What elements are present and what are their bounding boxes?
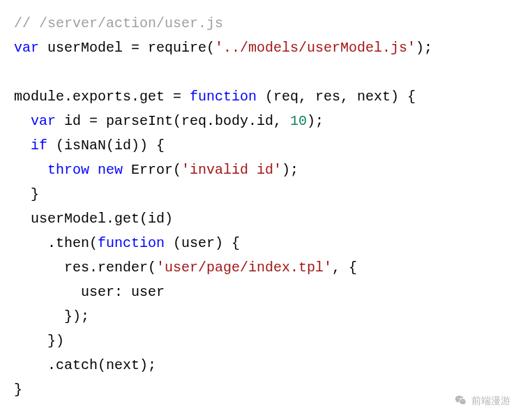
code-text: );	[307, 113, 324, 129]
code-text: );	[416, 40, 432, 56]
code-keyword: function	[98, 235, 165, 251]
code-text: (isNaN(id)) {	[47, 137, 165, 153]
code-text	[89, 162, 98, 178]
code-text: module.exports.get =	[14, 89, 190, 105]
code-text	[14, 113, 31, 129]
code-text: .then(	[14, 235, 98, 251]
code-text	[14, 137, 31, 153]
code-text: id = parseInt(req.body.id,	[56, 113, 290, 129]
code-string: 'user/page/index.tpl'	[156, 260, 332, 276]
code-text: , {	[332, 260, 357, 276]
code-keyword: function	[190, 89, 257, 105]
code-keyword: throw	[47, 162, 89, 178]
code-text: res.render(	[14, 260, 156, 276]
code-text: (user) {	[165, 235, 240, 251]
code-text: userModel.get(id)	[14, 211, 173, 227]
code-text: });	[14, 308, 89, 324]
watermark: 前端漫游	[455, 392, 510, 410]
code-text: user: user	[14, 284, 165, 300]
code-block: // /server/action/user.js var userModel …	[14, 11, 516, 402]
code-text: .catch(next);	[14, 357, 156, 373]
code-text: }	[14, 382, 22, 398]
code-text: userModel = require(	[39, 40, 215, 56]
code-keyword: var	[14, 40, 39, 56]
code-comment: // /server/action/user.js	[14, 15, 223, 31]
code-text: );	[282, 162, 298, 178]
code-text: Error(	[123, 162, 181, 178]
code-text	[14, 162, 47, 178]
code-text: }	[14, 186, 39, 202]
code-string: 'invalid id'	[181, 162, 282, 178]
wechat-icon	[455, 394, 467, 407]
code-text: (req, res, next) {	[257, 89, 416, 105]
watermark-text: 前端漫游	[471, 392, 510, 410]
code-string: '../models/userModel.js'	[215, 40, 416, 56]
code-text: })	[14, 333, 64, 349]
code-number: 10	[290, 113, 307, 129]
code-keyword: var	[31, 113, 56, 129]
code-keyword: new	[98, 162, 123, 178]
code-keyword: if	[31, 137, 47, 153]
